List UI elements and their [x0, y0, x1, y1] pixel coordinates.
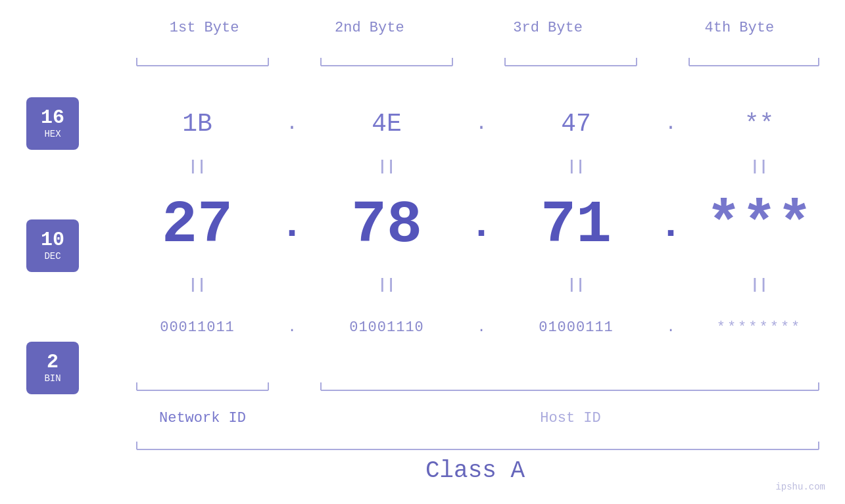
- hex-dot1: .: [263, 112, 321, 135]
- bin-row: 00011011 . 01001110 . 01000111 . *******…: [132, 301, 819, 354]
- bin-b4: ********: [700, 319, 819, 336]
- hex-dot2: .: [452, 112, 510, 135]
- eq1-c4: ||: [700, 158, 819, 175]
- bin-label: BIN: [44, 373, 60, 384]
- eq2-c3: ||: [510, 277, 642, 293]
- dec-number: 10: [41, 230, 64, 250]
- byte1-header: 1st Byte: [139, 20, 270, 36]
- watermark: ipshu.com: [775, 482, 825, 492]
- class-label: Class A: [132, 457, 819, 484]
- dec-b3: 71: [510, 192, 642, 259]
- eq1-c3: ||: [510, 158, 642, 175]
- bin-dot3: .: [642, 319, 700, 336]
- hex-label: HEX: [44, 129, 60, 139]
- eq2-c4: ||: [700, 277, 819, 293]
- bin-number: 2: [47, 352, 59, 372]
- hex-b2: 4E: [321, 110, 452, 138]
- dec-b1: 27: [132, 192, 263, 259]
- bin-b2: 01001110: [321, 319, 452, 336]
- dec-b2: 78: [321, 192, 452, 259]
- eq1-c2: ||: [321, 158, 452, 175]
- byte4-header: 4th Byte: [673, 20, 805, 36]
- byte-headers: 1st Byte 2nd Byte 3rd Byte 4th Byte: [132, 20, 819, 36]
- host-id-label: Host ID: [322, 410, 819, 426]
- dec-badge: 10 DEC: [26, 219, 79, 272]
- dec-dot2: .: [452, 203, 510, 248]
- eq1-c1: ||: [132, 158, 263, 175]
- equals-row-2: || || || ||: [132, 268, 819, 301]
- equals-row-1: || || || ||: [132, 150, 819, 183]
- byte2-header: 2nd Byte: [304, 20, 435, 36]
- network-id-label: Network ID: [137, 410, 268, 426]
- eq2-c2: ||: [321, 277, 452, 293]
- hex-b3: 47: [510, 110, 642, 138]
- hex-number: 16: [41, 108, 64, 127]
- dec-b4: ***: [700, 192, 819, 259]
- bin-b3: 01000111: [510, 319, 642, 336]
- dec-label: DEC: [44, 251, 60, 262]
- hex-b1: 1B: [132, 110, 263, 138]
- dec-row: 27 . 78 . 71 . ***: [132, 183, 819, 268]
- hex-row: 1B . 4E . 47 . **: [132, 97, 819, 150]
- hex-badge: 16 HEX: [26, 97, 79, 150]
- dec-dot3: .: [642, 203, 700, 248]
- dec-dot1: .: [263, 203, 321, 248]
- main-container: 1st Byte 2nd Byte 3rd Byte 4th Byte 16 H…: [0, 0, 845, 504]
- bin-dot2: .: [452, 319, 510, 336]
- hex-dot3: .: [642, 112, 700, 135]
- eq2-c1: ||: [132, 277, 263, 293]
- byte3-header: 3rd Byte: [482, 20, 614, 36]
- bin-b1: 00011011: [132, 319, 263, 336]
- bin-badge: 2 BIN: [26, 342, 79, 394]
- bin-dot1: .: [263, 319, 321, 336]
- hex-b4: **: [700, 110, 819, 138]
